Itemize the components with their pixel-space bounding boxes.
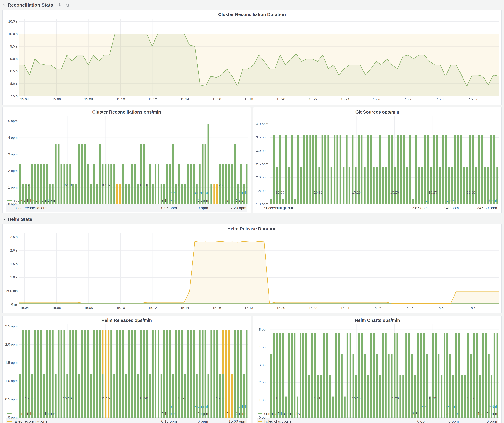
x-tick-label: 15:10 (110, 97, 132, 101)
y-tick-label: 2.0 opm (255, 175, 268, 179)
legend-label[interactable]: failed reconciliations (7, 206, 146, 210)
series-area (19, 34, 499, 96)
chart-canvas[interactable] (270, 324, 499, 417)
bar (282, 199, 284, 204)
x-tick-label: 15:22 (302, 97, 324, 101)
x-tick-label: 15:20 (133, 183, 155, 187)
legend-label[interactable]: failed chart pulls (258, 419, 396, 423)
bar (131, 330, 133, 417)
bar (408, 333, 410, 417)
plot-area[interactable]: 0 opm1 opm2 opm3 opm4 opm5 opm (4, 116, 248, 182)
bar (282, 333, 284, 417)
bar (397, 333, 398, 417)
plot-area[interactable]: 0 opm0.5 opm1.0 opm1.5 opm2.0 opm2.5 opm (4, 324, 248, 395)
gear-icon[interactable] (57, 3, 61, 7)
y-tick-label: 2 opm (255, 380, 268, 384)
x-axis: 15:0515:1015:1515:2015:2515:30 (255, 395, 499, 402)
y-tick-label: 3.5 opm (255, 135, 268, 139)
section-title-reconciliation-stats[interactable]: Reconciliation Stats (8, 2, 53, 8)
section-header-helm-stats: Helm Stats (0, 215, 504, 224)
x-tick-label: 15:18 (238, 306, 260, 310)
y-tick-label: 1.0 opm (255, 202, 268, 206)
bar (426, 354, 428, 417)
bar (128, 330, 130, 417)
y-tick-label: 2.5 opm (255, 162, 268, 166)
bar (341, 354, 342, 417)
bar (291, 333, 293, 417)
bar (411, 354, 413, 417)
bar (46, 330, 48, 417)
y-tick-label: 500 ms (4, 289, 18, 293)
bar (330, 167, 332, 204)
legend-label[interactable]: successful git pulls (258, 206, 396, 210)
section-title-helm-stats[interactable]: Helm Stats (8, 217, 32, 222)
x-tick-label: 15:25 (171, 396, 193, 400)
y-tick-label: 3 opm (255, 363, 268, 367)
bar (58, 144, 60, 204)
bar (488, 354, 490, 417)
panel-title[interactable]: Helm Release Duration (3, 224, 501, 233)
bar (423, 333, 425, 417)
series-color-dash-icon (258, 413, 263, 414)
bar (358, 333, 360, 417)
bar (446, 333, 448, 417)
bar (84, 144, 86, 204)
bar (470, 354, 472, 417)
bar (122, 330, 124, 417)
bar (190, 330, 192, 417)
y-tick-label: 4 opm (255, 345, 268, 349)
legend-value-total: 346.80 opm (459, 206, 497, 210)
chevron-down-icon[interactable] (2, 217, 6, 221)
panel-title[interactable]: Git Sources ops/min (253, 107, 501, 116)
legend-value-avg: 0.13 opm (146, 419, 177, 423)
bar (110, 330, 112, 417)
plot-area[interactable]: 7.5 s8.0 s8.5 s9.0 s9.5 s10.0 s10.5 s (4, 18, 499, 96)
y-tick-label: 1.5 s (4, 262, 18, 266)
x-tick-label: 15:06 (46, 97, 67, 101)
x-tick-label: 15:30 (430, 306, 452, 310)
y-tick-label: 2.5 s (4, 235, 18, 239)
bar (240, 330, 242, 417)
plot-area[interactable]: 0 opm1 opm2 opm3 opm4 opm5 opm (255, 324, 499, 395)
y-tick-label: 4.0 opm (255, 122, 268, 126)
x-tick-label: 15:15 (95, 183, 117, 187)
chevron-down-icon[interactable] (2, 3, 6, 7)
legend-value-total: 7.20 opm (208, 206, 246, 210)
y-tick-label: 5 opm (4, 119, 18, 123)
x-tick-label: 15:05 (18, 396, 40, 400)
panel-title[interactable]: Helm Releases ops/min (3, 316, 251, 324)
bar-failed (108, 330, 109, 417)
panel-helm-charts-ops: Helm Charts ops/min 0 opm1 opm2 opm3 opm… (253, 316, 502, 423)
plot-area[interactable]: 1.0 opm1.5 opm2.0 opm2.5 opm3.0 opm3.5 o… (255, 116, 499, 189)
y-tick-label: 10.0 s (4, 32, 18, 36)
trash-icon[interactable] (66, 3, 70, 7)
chart-canvas[interactable] (19, 233, 499, 305)
bar (55, 144, 57, 204)
bar (300, 167, 302, 204)
panel-helm-release-duration: Helm Release Duration 0 ns500 ms1.0 s1.5… (2, 224, 502, 313)
panel-title[interactable]: Helm Charts ops/min (253, 316, 501, 324)
bar (420, 333, 422, 417)
bar (134, 330, 136, 417)
panel-title[interactable]: Cluster Reconciliations ops/min (3, 107, 251, 116)
legend-value-avg: 2.87 opm (396, 206, 428, 210)
x-tick-label: 15:06 (46, 306, 67, 310)
bar (270, 199, 272, 204)
bar (49, 330, 51, 417)
plot-area[interactable]: 0 ns500 ms1.0 s1.5 s2.0 s2.5 s (4, 233, 499, 305)
bar (58, 330, 60, 417)
panel-title[interactable]: Cluster Reconciliation Duration (3, 10, 501, 18)
x-tick-label: 15:05 (269, 190, 291, 194)
bar (347, 333, 348, 417)
chart-canvas[interactable] (19, 18, 499, 96)
legend-label[interactable]: failed reconciliations (7, 419, 146, 423)
x-tick-label: 15:28 (398, 97, 420, 101)
bar (349, 333, 351, 417)
chart-canvas[interactable] (19, 324, 248, 417)
y-tick-label: 1.5 opm (4, 361, 18, 365)
chart-canvas[interactable] (19, 116, 248, 204)
bar (288, 167, 290, 204)
bar (306, 333, 307, 417)
x-tick-label: 15:32 (462, 97, 484, 101)
x-axis: 15:0515:1015:1515:2015:2515:30 (4, 182, 248, 189)
